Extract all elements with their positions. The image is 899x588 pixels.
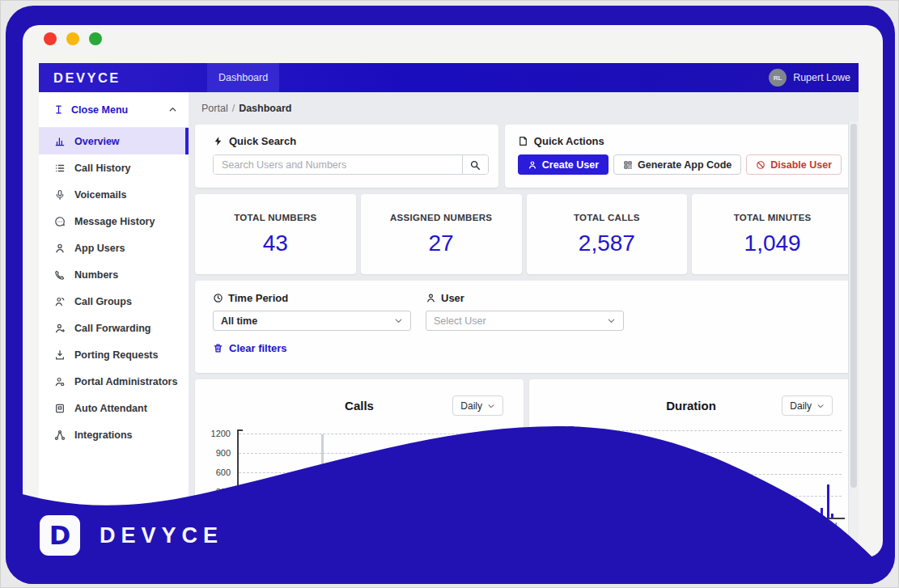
clear-filters-button[interactable]: Clear filters [213, 342, 287, 354]
collapse-menu-icon [53, 104, 64, 115]
breadcrumb: Portal/Dashboard [189, 92, 859, 114]
zoom-window-icon[interactable] [89, 32, 102, 45]
stats-row: TOTAL NUMBERS 43 ASSIGNED NUMBERS 27 TOT… [195, 194, 853, 274]
sidebar-item-call-groups[interactable]: Call Groups [39, 288, 189, 315]
lightning-icon [213, 136, 223, 146]
disable-user-button[interactable]: Disable User [746, 154, 842, 175]
trash-icon [213, 343, 223, 353]
create-user-button[interactable]: Create User [518, 154, 609, 175]
chevron-down-icon [394, 316, 403, 325]
no-entry-icon [756, 160, 765, 170]
footer-brand: D DEVYCE [40, 515, 223, 556]
stat-assigned-numbers: ASSIGNED NUMBERS 27 [361, 194, 522, 274]
qr-icon [623, 160, 633, 170]
marketing-image-background: DEVYCE Dashboard RL Rupert Lowe Close Me… [0, 0, 899, 588]
devyce-logo-text: DEVYCE [100, 523, 223, 548]
close-menu-button[interactable]: Close Menu [39, 92, 189, 128]
chat-bubble-icon [53, 216, 66, 227]
stat-total-minutes: TOTAL MINUTES 1,049 [692, 194, 853, 274]
user-filter-label: User [441, 292, 464, 304]
quick-search-card: Quick Search [195, 125, 498, 188]
person-icon [426, 293, 436, 303]
call-group-icon [53, 296, 66, 307]
calls-chart-plot: 1200 900 600 300 [195, 379, 524, 540]
user-menu[interactable]: RL Rupert Lowe [769, 63, 859, 92]
duration-bar [827, 484, 829, 518]
person-icon [53, 323, 66, 334]
duration-bar [812, 515, 815, 518]
duration-bar [821, 508, 823, 518]
calls-bar [321, 434, 324, 540]
quick-actions-title: Quick Actions [534, 135, 604, 147]
browser-window: DEVYCE Dashboard RL Rupert Lowe Close Me… [23, 25, 883, 557]
microphone-icon [53, 189, 66, 201]
sidebar-item-message-history[interactable]: Message History [39, 208, 189, 235]
chevron-down-icon [607, 316, 616, 325]
user-name: Rupert Lowe [793, 72, 850, 83]
window-controls [44, 32, 102, 45]
devyce-portal-app: DEVYCE Dashboard RL Rupert Lowe Close Me… [39, 63, 859, 540]
duration-x-label: 1st Jul [812, 521, 837, 531]
generate-app-code-button[interactable]: Generate App Code [613, 154, 741, 175]
time-period-label: Time Period [228, 292, 288, 304]
filters-card: Time Period All time [195, 281, 853, 373]
sidebar-item-numbers[interactable]: Numbers [39, 261, 189, 288]
close-window-icon[interactable] [44, 32, 57, 45]
bar-chart-icon [53, 136, 66, 147]
duration-bar [816, 514, 819, 518]
calls-chart-card: Calls Daily 1200 900 600 300 [195, 379, 524, 540]
search-input[interactable] [214, 155, 462, 174]
sidebar-item-porting-requests[interactable]: Porting Requests [39, 341, 189, 368]
person-icon [53, 243, 66, 254]
devyce-logo: DEVYCE [39, 63, 189, 92]
time-period-select[interactable]: All time [213, 311, 411, 331]
stat-total-calls: TOTAL CALLS 2,587 [527, 194, 688, 274]
phone-icon [53, 269, 66, 281]
close-menu-label: Close Menu [71, 104, 128, 116]
sidebar-item-portal-administrators[interactable]: Portal Administrators [39, 368, 189, 395]
stat-total-numbers: TOTAL NUMBERS 43 [195, 194, 356, 274]
avatar: RL [769, 69, 787, 87]
sidebar-item-voicemails[interactable]: Voicemails [39, 181, 189, 208]
sidebar-item-call-history[interactable]: Call History [39, 154, 189, 181]
user-select[interactable]: Select User [426, 311, 624, 331]
minimize-window-icon[interactable] [66, 32, 79, 45]
admin-person-icon [53, 376, 66, 387]
sidebar: Close Menu Overview Call History Voicema… [39, 92, 189, 540]
duration-bar [831, 514, 833, 518]
sidebar-item-integrations[interactable]: Integrations [39, 421, 189, 448]
list-icon [53, 163, 66, 174]
duration-chart-card: Duration Daily 8000 [529, 379, 853, 540]
sidebar-item-call-forwarding[interactable]: Call Forwarding [39, 315, 189, 341]
sidebar-item-overview[interactable]: Overview [39, 128, 189, 154]
app-header: DEVYCE Dashboard RL Rupert Lowe [39, 63, 859, 92]
scrollbar-thumb[interactable] [850, 124, 857, 488]
scrollbar[interactable] [848, 121, 859, 540]
main-content: Portal/Dashboard Quick Search [189, 92, 859, 540]
brand-card: DEVYCE Dashboard RL Rupert Lowe Close Me… [6, 6, 895, 584]
person-icon [528, 160, 537, 170]
tab-dashboard[interactable]: Dashboard [207, 63, 279, 92]
note-icon [518, 136, 528, 146]
attendant-icon [53, 403, 66, 414]
quick-search-title: Quick Search [229, 135, 296, 147]
search-button[interactable] [462, 155, 488, 174]
clock-icon [213, 293, 223, 303]
quick-actions-card: Quick Actions Create User G [505, 125, 853, 188]
breadcrumb-dashboard: Dashboard [239, 103, 291, 114]
sidebar-item-app-users[interactable]: App Users [39, 235, 189, 261]
chevron-up-icon [168, 105, 177, 114]
search-icon [469, 159, 481, 171]
integrations-icon [53, 429, 66, 441]
duration-chart-plot: 8000 [529, 379, 853, 540]
download-icon [53, 349, 66, 361]
devyce-logo-mark: D [40, 515, 80, 556]
sidebar-item-auto-attendant[interactable]: Auto Attendant [39, 395, 189, 421]
breadcrumb-portal[interactable]: Portal [201, 103, 228, 114]
